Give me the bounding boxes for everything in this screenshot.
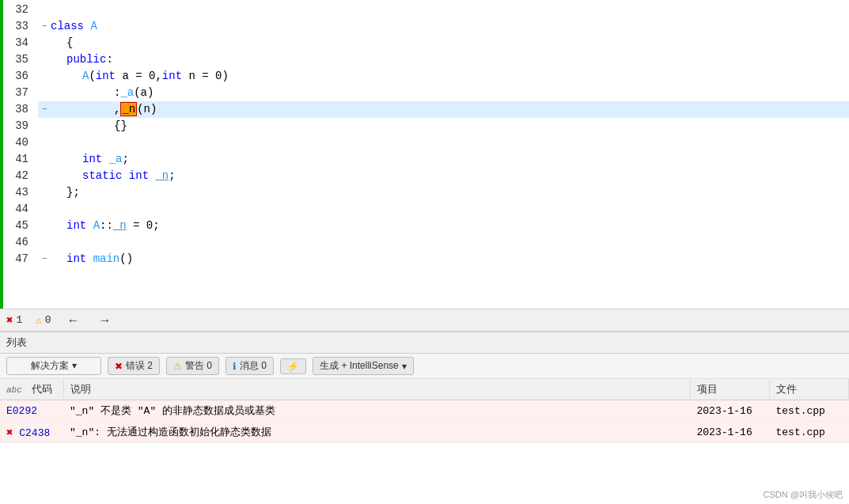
th-project: 项目 [691, 379, 770, 400]
th-description: 说明 [63, 379, 691, 400]
error-icon-cell: ✖ [6, 426, 13, 439]
warning-status: ⚠ 0 [35, 313, 51, 327]
fold-indicator[interactable] [38, 70, 51, 83]
error-icon: ✖ [6, 313, 13, 327]
code-line: {} [38, 118, 849, 135]
fold-indicator[interactable] [38, 170, 51, 183]
code-content: − class A { public: A(int a = 0,int n = … [35, 0, 849, 309]
error-list-panel: 列表 解决方案 ▾ ✖ 错误 2 ⚠ 警告 0 ℹ 消息 0 ⚡ 生成 + In… [0, 331, 849, 504]
info-filter-button[interactable]: ℹ 消息 0 [226, 357, 274, 375]
code-line: − class A [38, 18, 849, 35]
warning-filter-button[interactable]: ⚠ 警告 0 [166, 357, 219, 375]
fold-indicator[interactable] [38, 54, 51, 66]
code-line: { [38, 35, 849, 51]
dropdown-icon: ▾ [402, 361, 407, 372]
table-row[interactable]: ✖ C2438 "_n": 无法通过构造函数初始化静态类数据 2023-1-16… [0, 422, 849, 443]
nav-forward-button[interactable]: → [96, 312, 115, 329]
fold-indicator[interactable] [38, 37, 51, 50]
fold-indicator[interactable] [38, 237, 51, 249]
code-line: A(int a = 0,int n = 0) [38, 68, 849, 85]
fold-indicator[interactable] [38, 203, 51, 216]
code-line: }; [38, 184, 849, 201]
filter-icon: ⚡ [287, 361, 299, 372]
line-numbers: 32 33 34 35 36 37 38 39 40 41 42 43 44 4… [3, 0, 35, 309]
fold-indicator[interactable]: − [38, 253, 51, 266]
warning-btn-label: 警告 0 [185, 359, 212, 373]
fold-indicator[interactable] [38, 4, 51, 17]
error-table-container: abc 代码 说明 项目 文件 E029 [0, 379, 849, 503]
table-header-row: abc 代码 说明 项目 文件 [0, 379, 849, 400]
error-status: ✖ 1 [6, 313, 22, 327]
build-btn-label: 生成 + IntelliSense [320, 359, 399, 373]
info-btn-label: 消息 0 [240, 359, 267, 373]
filter-button[interactable]: ⚡ [280, 358, 306, 374]
solution-label: 解决方案 [31, 360, 69, 371]
code-line: public: [38, 51, 849, 68]
panel-toolbar: 解决方案 ▾ ✖ 错误 2 ⚠ 警告 0 ℹ 消息 0 ⚡ 生成 + Intel… [0, 354, 849, 379]
error-description-cell: "_n" 不是类 "A" 的非静态数据成员或基类 [63, 400, 691, 422]
code-line [38, 234, 849, 251]
code-line: int A::_n = 0; [38, 218, 849, 234]
fold-indicator[interactable] [38, 120, 51, 133]
fold-indicator[interactable] [38, 137, 51, 150]
th-code: abc 代码 [0, 379, 63, 400]
warning-count: 0 [45, 314, 51, 326]
warning-icon: ⚠ [35, 313, 41, 327]
error-code-cell: E0292 [0, 400, 63, 422]
code-line: static int _n; [38, 168, 849, 184]
nav-back-button[interactable]: ← [64, 312, 83, 329]
error-file-cell: test.cpp [770, 422, 849, 443]
fold-indicator[interactable]: − [38, 21, 51, 33]
fold-indicator[interactable]: − [38, 104, 51, 116]
code-line [38, 201, 849, 218]
error-project-cell: 2023-1-16 [691, 400, 770, 422]
build-button[interactable]: 生成 + IntelliSense ▾ [313, 357, 414, 375]
panel-title: 列表 [6, 335, 27, 350]
error-icon: ✖ [115, 361, 123, 372]
error-code-cell: ✖ C2438 [0, 422, 63, 443]
code-line [38, 135, 849, 151]
fold-indicator[interactable] [38, 153, 51, 166]
table-row[interactable]: E0292 "_n" 不是类 "A" 的非静态数据成员或基类 2023-1-16… [0, 400, 849, 422]
error-filter-button[interactable]: ✖ 错误 2 [108, 357, 160, 375]
csdn-credit: CSDN @叫我小候吧 [764, 489, 843, 501]
solution-filter-button[interactable]: 解决方案 ▾ [6, 357, 101, 375]
dropdown-icon: ▾ [72, 360, 77, 371]
error-count: 1 [16, 314, 22, 326]
error-project-cell: 2023-1-16 [691, 422, 770, 443]
error-file-cell: test.cpp [770, 400, 849, 422]
fold-indicator[interactable] [38, 220, 51, 233]
code-line-highlighted: − ,_n(n) [38, 101, 849, 118]
info-icon: ℹ [233, 361, 237, 372]
editor-area: 32 33 34 35 36 37 38 39 40 41 42 43 44 4… [0, 0, 849, 309]
panel-header: 列表 [0, 332, 849, 354]
th-file: 文件 [770, 379, 849, 400]
error-description-cell: "_n": 无法通过构造函数初始化静态类数据 [63, 422, 691, 443]
error-btn-label: 错误 2 [126, 359, 153, 373]
warning-icon: ⚠ [173, 361, 182, 372]
status-bar: ✖ 1 ⚠ 0 ← → [0, 309, 849, 331]
fold-indicator[interactable] [38, 187, 51, 199]
error-table: abc 代码 说明 项目 文件 E029 [0, 379, 849, 443]
code-line: int _a; [38, 151, 849, 168]
code-line [38, 2, 849, 18]
fold-indicator[interactable] [38, 87, 51, 100]
code-line: − int main() [38, 251, 849, 267]
code-line: :_a(a) [38, 85, 849, 101]
